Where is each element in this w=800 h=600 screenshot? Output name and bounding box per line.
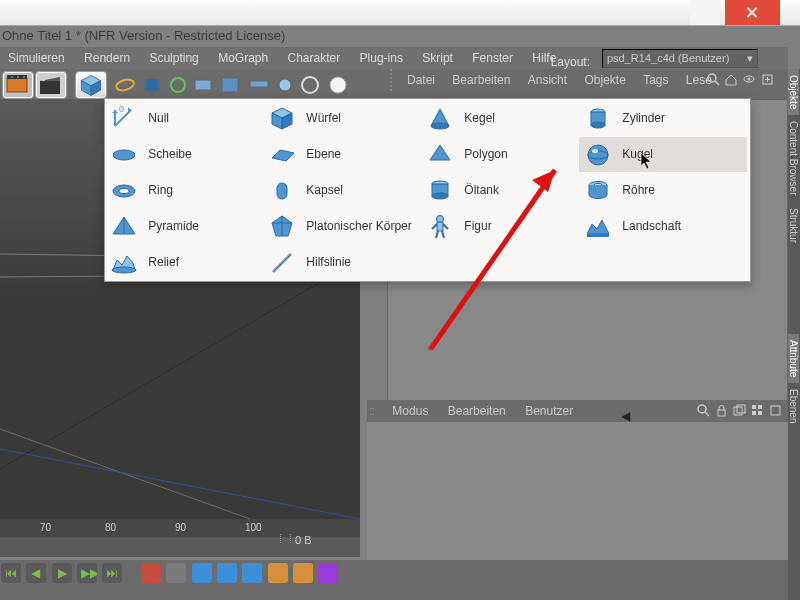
primitive-scheibe[interactable]: Scheibe bbox=[105, 137, 263, 172]
primitive-kegel[interactable]: Kegel bbox=[421, 101, 579, 136]
key-pla-button[interactable] bbox=[293, 563, 313, 583]
primitive-label: Polygon bbox=[464, 147, 507, 161]
primitive-ebene[interactable]: Ebene bbox=[263, 137, 421, 172]
svg-line-79 bbox=[442, 231, 444, 238]
play-button[interactable]: ▶ bbox=[52, 563, 72, 583]
next-frame-button[interactable]: ▶▶ bbox=[77, 563, 97, 583]
svg-marker-70 bbox=[430, 145, 450, 160]
objmenu-bearbeiten[interactable]: Bearbeiten bbox=[445, 69, 517, 87]
sidetab-ebenen[interactable]: Ebenen bbox=[788, 383, 799, 429]
svg-line-30 bbox=[0, 429, 250, 519]
primitive-wurfel[interactable]: Würfel bbox=[263, 101, 421, 136]
key-scale-button[interactable] bbox=[217, 563, 237, 583]
menu-fenster[interactable]: Fenster bbox=[464, 47, 521, 65]
objmenu-datei[interactable]: Datei bbox=[392, 69, 442, 87]
primitive-figur[interactable]: Figur bbox=[421, 209, 579, 244]
menu-simulieren[interactable]: Simulieren bbox=[0, 47, 73, 65]
svg-rect-62 bbox=[277, 183, 287, 199]
render-icon[interactable] bbox=[2, 71, 34, 99]
key-param-button[interactable] bbox=[268, 563, 288, 583]
primitive-label: Ebene bbox=[306, 147, 341, 161]
primitive-zylinder[interactable]: Zylinder bbox=[579, 101, 747, 136]
close-button[interactable] bbox=[725, 0, 780, 25]
menu-plugins[interactable]: Plug-ins bbox=[352, 47, 411, 65]
key-position-button[interactable] bbox=[192, 563, 212, 583]
goto-start-button[interactable]: ⏮ bbox=[1, 563, 21, 583]
menu-rendern[interactable]: Rendern bbox=[76, 47, 138, 65]
primitive-null[interactable]: 0 Null bbox=[105, 101, 263, 136]
search-icon[interactable] bbox=[697, 404, 710, 417]
relief-icon bbox=[109, 248, 139, 278]
primitive-ring[interactable]: Ring bbox=[105, 173, 263, 208]
svg-text:⏮: ⏮ bbox=[5, 566, 17, 580]
grid-icon[interactable] bbox=[751, 404, 764, 417]
menu-mograph[interactable]: MoGraph bbox=[210, 47, 276, 65]
search-icon[interactable] bbox=[707, 73, 720, 86]
new-window-icon[interactable] bbox=[733, 404, 746, 417]
menu-sculpting[interactable]: Sculpting bbox=[141, 47, 206, 65]
svg-marker-61 bbox=[272, 150, 294, 161]
objmenu-objekte[interactable]: Objekte bbox=[577, 69, 632, 87]
primitive-label: Pyramide bbox=[148, 219, 199, 233]
primitive-pyramide[interactable]: Pyramide bbox=[105, 209, 263, 244]
objmenu-ansicht[interactable]: Ansicht bbox=[521, 69, 574, 87]
key-selection-button[interactable] bbox=[318, 563, 338, 583]
splitter-grip[interactable] bbox=[280, 534, 291, 543]
primitive-platon[interactable]: Platonischer Körper bbox=[263, 209, 421, 244]
record-button[interactable] bbox=[141, 563, 161, 583]
memory-indicator: 0 B bbox=[295, 534, 312, 546]
primitive-flyout: 0 Null Scheibe Ring Pyramide Relief Würf… bbox=[104, 98, 751, 282]
svg-point-11 bbox=[115, 78, 135, 92]
attrmenu-bearbeiten[interactable]: Bearbeiten bbox=[440, 400, 514, 418]
attrmenu-benutzer[interactable]: Benutzer bbox=[517, 400, 581, 418]
menu-charakter[interactable]: Charakter bbox=[280, 47, 349, 65]
primitive-hilfslinie[interactable]: Hilfslinie bbox=[263, 245, 421, 280]
primitive-relief[interactable]: Relief bbox=[105, 245, 263, 280]
objmenu-tags[interactable]: Tags bbox=[636, 69, 675, 87]
expand-icon[interactable] bbox=[761, 73, 774, 86]
svg-point-73 bbox=[432, 193, 448, 199]
primitive-oltank[interactable]: Öltank bbox=[421, 173, 579, 208]
eye-icon[interactable] bbox=[743, 73, 756, 86]
primitive-label: Würfel bbox=[306, 111, 341, 125]
svg-rect-40 bbox=[752, 411, 756, 415]
goto-end-button[interactable]: ⏭ bbox=[102, 563, 122, 583]
main-menubar: Simulieren Rendern Sculpting MoGraph Cha… bbox=[0, 47, 788, 69]
maximize-panel-icon[interactable] bbox=[769, 404, 782, 417]
menu-skript[interactable]: Skript bbox=[414, 47, 461, 65]
svg-text:▶: ▶ bbox=[58, 566, 68, 580]
sidetab-objekte[interactable]: Objekte bbox=[788, 69, 799, 115]
sidetab-struktur[interactable]: Struktur bbox=[788, 202, 799, 249]
cylinder-icon bbox=[583, 104, 613, 134]
svg-point-53 bbox=[119, 188, 129, 193]
history-back-icon[interactable]: ◀ bbox=[613, 405, 638, 423]
home-icon[interactable] bbox=[725, 73, 738, 86]
layout-dropdown[interactable]: psd_R14_c4d (Benutzer) bbox=[602, 49, 758, 68]
primitive-kugel[interactable]: Kugel bbox=[579, 137, 747, 172]
primitive-polygon[interactable]: Polygon bbox=[421, 137, 579, 172]
attribute-manager-menubar: ::: Modus Bearbeiten Benutzer ◀ bbox=[367, 400, 788, 422]
primitive-label: Zylinder bbox=[622, 111, 665, 125]
primitive-rohre[interactable]: Röhre bbox=[579, 173, 747, 208]
key-rotation-button[interactable] bbox=[242, 563, 262, 583]
autokey-button[interactable] bbox=[166, 563, 186, 583]
lock-icon[interactable] bbox=[715, 404, 728, 417]
maximize-button[interactable] bbox=[690, 0, 720, 25]
primitive-label: Kugel bbox=[622, 147, 653, 161]
capsule-icon bbox=[267, 176, 297, 206]
primitive-landschaft[interactable]: Landschaft bbox=[579, 209, 747, 244]
prev-frame-button[interactable]: ◀ bbox=[26, 563, 46, 583]
primitive-cube-button[interactable] bbox=[75, 71, 107, 99]
polygon-icon bbox=[425, 140, 455, 170]
svg-point-82 bbox=[591, 122, 605, 128]
sidetab-content-browser[interactable]: Content Browser bbox=[788, 115, 799, 201]
attrmenu-modus[interactable]: Modus bbox=[384, 400, 436, 418]
render-settings-icon[interactable] bbox=[35, 71, 67, 99]
svg-line-77 bbox=[443, 224, 448, 229]
svg-point-85 bbox=[592, 149, 598, 153]
svg-rect-15 bbox=[222, 78, 238, 92]
sidetab-attribute[interactable]: Attribute bbox=[788, 334, 799, 383]
primitive-kapsel[interactable]: Kapsel bbox=[263, 173, 421, 208]
svg-point-69 bbox=[431, 123, 449, 129]
svg-rect-37 bbox=[737, 405, 745, 413]
